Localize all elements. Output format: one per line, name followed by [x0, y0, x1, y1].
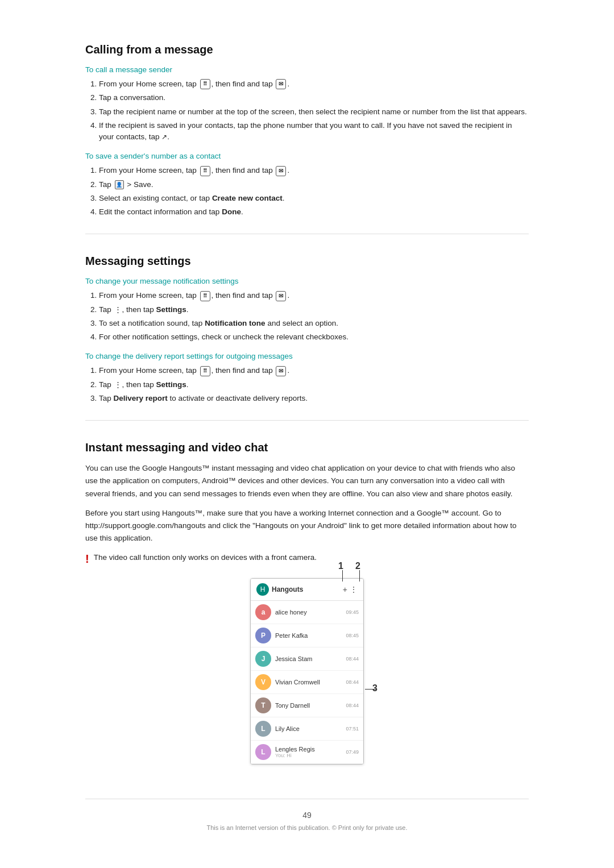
- footer-note: This is an Internet version of this publ…: [85, 824, 529, 831]
- hangouts-logo: H Hangouts: [256, 583, 303, 596]
- note-text: The video call function only works on de…: [94, 552, 317, 563]
- steps-notification: From your Home screen, tap ⠿, then find …: [99, 290, 529, 343]
- contact-name: Peter Kafka: [275, 632, 342, 639]
- apps-icon: ⠿: [200, 366, 210, 376]
- contact-name: Lily Alice: [275, 725, 342, 732]
- section-messaging-settings: Messaging settings To change your messag…: [85, 255, 529, 404]
- subsection-title-save-number: To save a sender's number as a contact: [85, 152, 529, 160]
- step-item: Tap a conversation.: [99, 92, 529, 103]
- contact-name: Lengles Regis: [275, 746, 342, 753]
- step-item: Edit the contact information and tap Don…: [99, 206, 529, 218]
- avatar: T: [255, 697, 271, 713]
- list-item: L Lily Alice 07:51: [251, 717, 363, 741]
- avatar: L: [255, 721, 271, 737]
- contact-time: 09:45: [346, 609, 359, 615]
- steps-save-number: From your Home screen, tap ⠿, then find …: [99, 165, 529, 218]
- step-item: For other notification settings, check o…: [99, 331, 529, 343]
- contact-time: 07:49: [346, 749, 359, 755]
- page-number: 49: [85, 811, 529, 820]
- annotation-line-2: [359, 570, 360, 582]
- section-divider-2: [85, 420, 529, 421]
- contact-name: Tony Darnell: [275, 702, 342, 709]
- avatar: J: [255, 651, 271, 667]
- step-item: Tap 👤 > Save.: [99, 179, 529, 190]
- annotation-line-3: [365, 689, 376, 690]
- exclamation-icon: !: [85, 553, 89, 564]
- annotation-3: 3: [372, 683, 377, 693]
- more-icon: ⋮: [350, 585, 358, 594]
- step-item: Select an existing contact, or tap Creat…: [99, 193, 529, 204]
- annotation-line-1: [342, 570, 343, 582]
- list-item: L Lengles Regis You: Hi 07:49: [251, 741, 363, 764]
- contact-list: a alice honey 09:45 P Peter Kafka 08:45 …: [251, 601, 363, 764]
- messaging-icon: ✉: [276, 366, 286, 376]
- hangouts-logo-icon: H: [256, 583, 269, 596]
- page-content: Calling from a message To call a message…: [85, 0, 529, 865]
- contact-info: Lengles Regis You: Hi: [275, 746, 342, 758]
- steps-call-sender: From your Home screen, tap ⠿, then find …: [99, 78, 529, 143]
- step-item: From your Home screen, tap ⠿, then find …: [99, 165, 529, 176]
- messaging-icon: ✉: [276, 291, 286, 301]
- contact-name: alice honey: [275, 609, 342, 616]
- subsection-title-delivery: To change the delivery report settings f…: [85, 352, 529, 360]
- contact-time: 08:44: [346, 656, 359, 662]
- paragraph-1: You can use the Google Hangouts™ instant…: [85, 462, 529, 500]
- contact-time: 08:44: [346, 679, 359, 685]
- subsection-title-notification: To change your message notification sett…: [85, 277, 529, 285]
- step-item: Tap ⋮, then tap Settings.: [99, 379, 529, 391]
- hangouts-annotated: 1 2 3 H Hangouts: [250, 578, 364, 765]
- add-icon: +: [343, 585, 347, 594]
- section-divider-1: [85, 234, 529, 234]
- contact-icon: 👤: [115, 180, 124, 189]
- step-item: Tap Delivery report to activate or deact…: [99, 393, 529, 404]
- hangouts-logo-letter: H: [260, 585, 265, 593]
- step-item: From your Home screen, tap ⠿, then find …: [99, 78, 529, 90]
- hangouts-header: H Hangouts + ⋮: [251, 579, 363, 601]
- contact-time: 08:45: [346, 633, 359, 638]
- list-item: J Jessica Stam 08:44: [251, 647, 363, 671]
- step-item: To set a notification sound, tap Notific…: [99, 318, 529, 329]
- menu-dots-icon: ⋮: [114, 304, 122, 315]
- section-title-messaging: Messaging settings: [85, 255, 529, 268]
- contact-preview: You: Hi: [275, 753, 342, 758]
- list-item: a alice honey 09:45: [251, 601, 363, 624]
- menu-dots-icon: ⋮: [114, 379, 122, 391]
- apps-icon: ⠿: [200, 166, 210, 176]
- avatar: P: [255, 628, 271, 643]
- section-calling: Calling from a message To call a message…: [85, 43, 529, 218]
- contact-name: Vivian Cromwell: [275, 679, 342, 686]
- apps-icon: ⠿: [200, 79, 210, 89]
- list-item: T Tony Darnell 08:44: [251, 694, 363, 717]
- note-row: ! The video call function only works on …: [85, 552, 529, 564]
- step-item: Tap ⋮, then tap Settings.: [99, 304, 529, 315]
- step-item: If the recipient is saved in your contac…: [99, 120, 529, 143]
- contact-time: 07:51: [346, 726, 359, 732]
- contact-time: 08:44: [346, 703, 359, 708]
- section-title-calling: Calling from a message: [85, 43, 529, 56]
- paragraph-2: Before you start using Hangouts™, make s…: [85, 507, 529, 545]
- hangouts-mockup-container: 1 2 3 H Hangouts: [85, 578, 529, 765]
- subsection-save-number: To save a sender's number as a contact F…: [85, 152, 529, 218]
- hangouts-screen: H Hangouts + ⋮ a alice honey: [250, 578, 364, 765]
- steps-delivery: From your Home screen, tap ⠿, then find …: [99, 365, 529, 404]
- list-item: P Peter Kafka 08:45: [251, 624, 363, 647]
- step-item: Tap the recipient name or number at the …: [99, 106, 529, 118]
- section-title-instant: Instant messaging and video chat: [85, 441, 529, 454]
- step-item: From your Home screen, tap ⠿, then find …: [99, 365, 529, 376]
- subsection-call-sender: To call a message sender From your Home …: [85, 65, 529, 143]
- hangouts-app-title: Hangouts: [272, 585, 303, 593]
- hangouts-header-actions: + ⋮: [343, 585, 358, 594]
- apps-icon: ⠿: [200, 291, 210, 301]
- list-item: V Vivian Cromwell 08:44: [251, 671, 363, 694]
- step-item: From your Home screen, tap ⠿, then find …: [99, 290, 529, 301]
- contact-name: Jessica Stam: [275, 655, 342, 662]
- messaging-icon: ✉: [276, 166, 286, 176]
- subsection-notification: To change your message notification sett…: [85, 277, 529, 343]
- section-instant-messaging: Instant messaging and video chat You can…: [85, 441, 529, 765]
- page-footer: 49 This is an Internet version of this p…: [85, 799, 529, 831]
- avatar: L: [255, 744, 271, 760]
- messaging-icon: ✉: [276, 79, 286, 89]
- subsection-title-call-sender: To call a message sender: [85, 65, 529, 74]
- call-icon: ↗: [161, 132, 167, 142]
- avatar: a: [255, 604, 271, 620]
